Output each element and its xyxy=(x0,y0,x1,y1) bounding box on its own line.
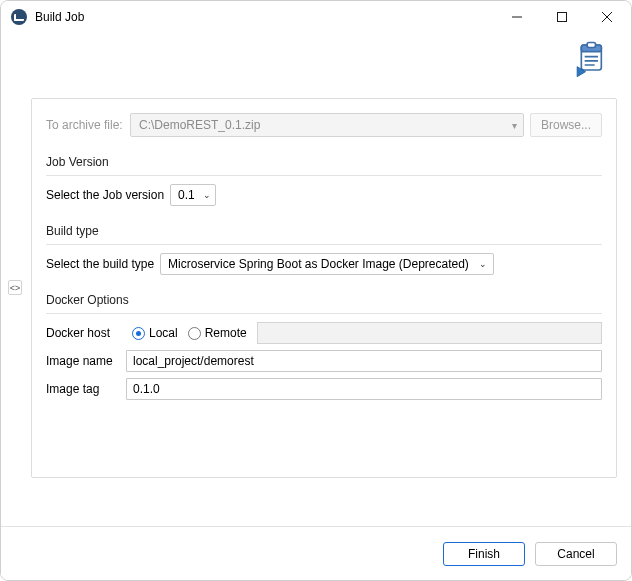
chevron-down-icon: ▾ xyxy=(512,120,517,131)
archive-label: To archive file: xyxy=(46,118,124,132)
banner xyxy=(1,33,631,88)
build-type-select[interactable]: Microservice Spring Boot as Docker Image… xyxy=(160,253,494,275)
body-area: <> To archive file: C:\DemoREST_0.1.zip … xyxy=(1,88,631,488)
dialog-window: Build Job <> xyxy=(0,0,632,581)
radio-label: Local xyxy=(149,326,178,340)
image-tag-label: Image tag xyxy=(46,382,120,396)
job-version-select[interactable]: 0.1 ⌄ xyxy=(170,184,216,206)
app-icon xyxy=(11,9,27,25)
maximize-icon xyxy=(557,12,567,22)
minimize-icon xyxy=(512,12,522,22)
image-tag-row: Image tag xyxy=(46,378,602,400)
image-name-row: Image name xyxy=(46,350,602,372)
close-icon xyxy=(602,12,612,22)
radio-dot-icon xyxy=(188,327,201,340)
chevron-down-icon: ⌄ xyxy=(479,259,487,269)
finish-button-label: Finish xyxy=(468,547,500,561)
window-controls xyxy=(494,2,629,32)
image-name-label: Image name xyxy=(46,354,120,368)
radio-dot-icon xyxy=(132,327,145,340)
main-panel: To archive file: C:\DemoREST_0.1.zip ▾ B… xyxy=(31,98,617,478)
docker-host-row: Docker host Local Remote xyxy=(46,322,602,344)
docker-host-label: Docker host xyxy=(46,326,120,340)
divider xyxy=(46,313,602,314)
job-version-section-title: Job Version xyxy=(46,155,602,169)
job-version-label: Select the Job version xyxy=(46,188,164,202)
collapse-handle-label: <> xyxy=(10,283,21,293)
divider xyxy=(46,244,602,245)
titlebar: Build Job xyxy=(1,1,631,33)
wizard-icon xyxy=(573,40,613,80)
archive-row: To archive file: C:\DemoREST_0.1.zip ▾ B… xyxy=(46,113,602,137)
svg-rect-6 xyxy=(587,43,595,48)
svg-rect-1 xyxy=(557,13,566,22)
window-title: Build Job xyxy=(35,10,84,24)
minimize-button[interactable] xyxy=(494,2,539,32)
docker-host-local-radio[interactable]: Local xyxy=(132,326,178,340)
archive-file-value: C:\DemoREST_0.1.zip xyxy=(139,118,260,132)
title-left: Build Job xyxy=(11,9,84,25)
build-type-section-title: Build type xyxy=(46,224,602,238)
close-button[interactable] xyxy=(584,2,629,32)
radio-label: Remote xyxy=(205,326,247,340)
build-type-value: Microservice Spring Boot as Docker Image… xyxy=(168,257,469,271)
collapse-handle[interactable]: <> xyxy=(8,280,22,295)
cancel-button[interactable]: Cancel xyxy=(535,542,617,566)
archive-file-combo[interactable]: C:\DemoREST_0.1.zip ▾ xyxy=(130,113,524,137)
finish-button[interactable]: Finish xyxy=(443,542,525,566)
docker-host-remote-radio[interactable]: Remote xyxy=(188,326,247,340)
docker-host-disabled-field xyxy=(257,322,602,344)
docker-host-radio-group: Local Remote xyxy=(132,326,247,340)
image-name-input[interactable] xyxy=(126,350,602,372)
divider xyxy=(46,175,602,176)
image-tag-input[interactable] xyxy=(126,378,602,400)
footer: Finish Cancel xyxy=(1,526,631,580)
job-version-value: 0.1 xyxy=(178,188,195,202)
cancel-button-label: Cancel xyxy=(557,547,594,561)
build-type-row: Select the build type Microservice Sprin… xyxy=(46,253,602,275)
browse-button[interactable]: Browse... xyxy=(530,113,602,137)
maximize-button[interactable] xyxy=(539,2,584,32)
browse-button-label: Browse... xyxy=(541,118,591,132)
docker-options-section-title: Docker Options xyxy=(46,293,602,307)
build-type-label: Select the build type xyxy=(46,257,154,271)
chevron-down-icon: ⌄ xyxy=(203,190,211,200)
job-version-row: Select the Job version 0.1 ⌄ xyxy=(46,184,602,206)
